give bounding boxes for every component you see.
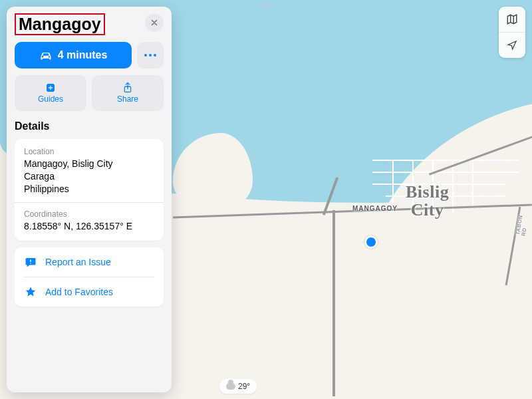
report-issue-button[interactable]: Report an Issue [15,247,164,277]
map-controls [499,7,525,58]
app-root: Bislig City MANGAGOY TABON RD 29° Mangag… [0,0,532,399]
location-line: Mangagoy, Bislig City [24,158,154,170]
report-label: Report an Issue [45,257,111,267]
coordinates-value: 8.18558° N, 126.35157° E [24,220,154,233]
share-button[interactable]: Share [92,75,164,111]
exclamation-bubble-icon [24,255,37,269]
star-icon [24,285,37,299]
actions-card: Report an Issue Add to Favorites [15,247,164,307]
map-mode-button[interactable] [499,7,525,32]
road [332,210,335,396]
close-button[interactable] [145,13,164,32]
details-card: Location Mangagoy, Bislig City Caraga Ph… [15,139,164,241]
more-button[interactable] [137,42,164,68]
share-icon [122,82,133,93]
add-to-favorites-button[interactable]: Add to Favorites [15,277,164,307]
close-icon [150,19,158,27]
window-drag-handle[interactable] [260,3,272,5]
place-title-highlight: Mangagoy [15,13,105,35]
place-card: Mangagoy 4 minutes Guides [7,7,172,392]
place-title: Mangagoy [19,15,101,33]
plus-square-icon [45,82,56,93]
coordinates-label: Coordinates [24,209,154,219]
directions-label: 4 minutes [58,49,108,61]
location-line: Philippines [24,183,154,196]
locate-me-button[interactable] [499,33,525,58]
cloud-icon [226,383,235,390]
guides-button[interactable]: Guides [15,75,86,111]
location-line: Caraga [24,170,154,183]
svg-rect-2 [30,259,31,262]
location-arrow-icon [507,40,517,51]
favorite-label: Add to Favorites [45,287,113,297]
city-label: Bislig City [406,183,449,219]
map-mode-icon [506,13,518,25]
svg-rect-3 [30,263,31,264]
location-label: Location [24,147,154,156]
guides-label: Guides [38,94,63,104]
weather-temp: 29° [238,382,250,391]
weather-chip[interactable]: 29° [219,379,257,394]
current-location-dot [364,235,378,249]
details-heading: Details [15,120,164,132]
directions-button[interactable]: 4 minutes [15,42,132,68]
car-icon [39,50,53,61]
share-label: Share [117,94,138,104]
mangagoy-label: MANGAGOY [352,205,398,212]
